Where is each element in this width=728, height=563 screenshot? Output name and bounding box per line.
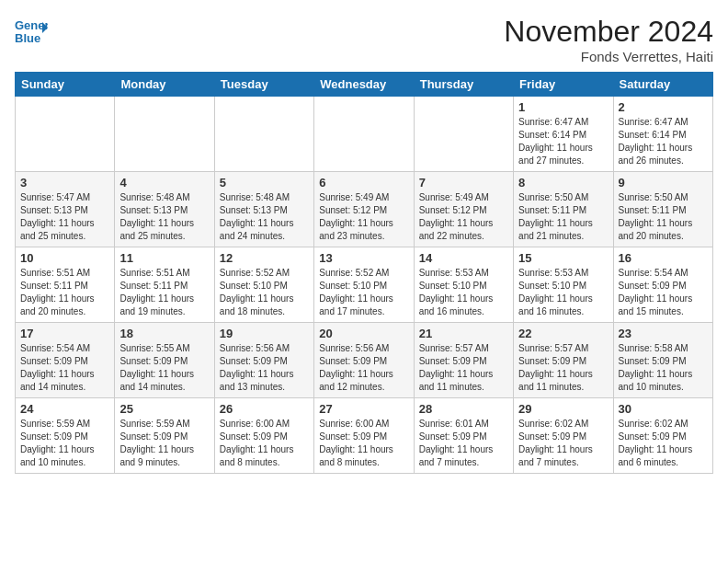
calendar-cell-w5-d4: 27Sunrise: 6:00 AM Sunset: 5:09 PM Dayli…: [314, 398, 414, 474]
day-info: Sunrise: 5:57 AM Sunset: 5:09 PM Dayligh…: [518, 342, 608, 394]
day-info: Sunrise: 6:47 AM Sunset: 6:14 PM Dayligh…: [518, 116, 608, 167]
calendar-table: SundayMondayTuesdayWednesdayThursdayFrid…: [15, 72, 713, 474]
day-number: 8: [518, 176, 608, 190]
calendar-cell-w2-d4: 6Sunrise: 5:49 AM Sunset: 5:12 PM Daylig…: [314, 172, 414, 247]
day-info: Sunrise: 5:53 AM Sunset: 5:10 PM Dayligh…: [518, 267, 608, 318]
calendar-week-5: 24Sunrise: 5:59 AM Sunset: 5:09 PM Dayli…: [16, 398, 713, 474]
day-number: 21: [419, 327, 508, 340]
svg-text:Blue: Blue: [15, 31, 40, 45]
day-info: Sunrise: 5:48 AM Sunset: 5:13 PM Dayligh…: [119, 191, 209, 243]
day-number: 16: [619, 251, 708, 265]
calendar-cell-w2-d3: 5Sunrise: 5:48 AM Sunset: 5:13 PM Daylig…: [214, 172, 313, 247]
weekday-header-sunday: Sunday: [16, 73, 115, 97]
day-number: 24: [20, 402, 109, 416]
day-number: 18: [119, 327, 209, 340]
day-number: 25: [119, 402, 209, 416]
day-number: 22: [518, 327, 608, 340]
day-info: Sunrise: 5:49 AM Sunset: 5:12 PM Dayligh…: [319, 191, 408, 243]
day-info: Sunrise: 5:50 AM Sunset: 5:11 PM Dayligh…: [619, 191, 708, 243]
weekday-header-wednesday: Wednesday: [314, 73, 414, 97]
month-title: November 2024: [504, 15, 713, 49]
calendar-cell-w4-d4: 20Sunrise: 5:56 AM Sunset: 5:09 PM Dayli…: [314, 323, 414, 398]
logo-icon: General Blue: [15, 15, 48, 48]
day-number: 5: [220, 176, 309, 190]
day-info: Sunrise: 5:59 AM Sunset: 5:09 PM Dayligh…: [119, 418, 209, 469]
day-info: Sunrise: 6:02 AM Sunset: 5:09 PM Dayligh…: [518, 418, 608, 469]
calendar-cell-w5-d2: 25Sunrise: 5:59 AM Sunset: 5:09 PM Dayli…: [115, 398, 214, 474]
calendar-cell-w5-d7: 30Sunrise: 6:02 AM Sunset: 5:09 PM Dayli…: [613, 398, 712, 474]
day-info: Sunrise: 6:47 AM Sunset: 6:14 PM Dayligh…: [619, 116, 708, 167]
calendar-cell-w5-d6: 29Sunrise: 6:02 AM Sunset: 5:09 PM Dayli…: [514, 398, 613, 474]
day-number: 26: [220, 402, 309, 416]
calendar-cell-w2-d1: 3Sunrise: 5:47 AM Sunset: 5:13 PM Daylig…: [16, 172, 115, 247]
day-info: Sunrise: 5:57 AM Sunset: 5:09 PM Dayligh…: [419, 342, 508, 394]
logo: General Blue: [15, 15, 48, 48]
calendar-cell-w3-d6: 15Sunrise: 5:53 AM Sunset: 5:10 PM Dayli…: [514, 247, 613, 323]
day-number: 13: [319, 251, 408, 265]
day-info: Sunrise: 5:51 AM Sunset: 5:11 PM Dayligh…: [119, 267, 209, 318]
day-info: Sunrise: 5:51 AM Sunset: 5:11 PM Dayligh…: [20, 267, 109, 318]
calendar-cell-w1-d1: [16, 97, 115, 172]
calendar-cell-w1-d5: [414, 97, 513, 172]
calendar-cell-w1-d3: [214, 97, 313, 172]
day-info: Sunrise: 6:02 AM Sunset: 5:09 PM Dayligh…: [619, 418, 708, 469]
day-info: Sunrise: 6:01 AM Sunset: 5:09 PM Dayligh…: [419, 418, 508, 469]
day-info: Sunrise: 5:56 AM Sunset: 5:09 PM Dayligh…: [319, 342, 408, 394]
calendar-cell-w3-d7: 16Sunrise: 5:54 AM Sunset: 5:09 PM Dayli…: [613, 247, 712, 323]
day-number: 6: [319, 176, 408, 190]
day-number: 27: [319, 402, 408, 416]
day-info: Sunrise: 5:52 AM Sunset: 5:10 PM Dayligh…: [220, 267, 309, 318]
calendar-cell-w3-d4: 13Sunrise: 5:52 AM Sunset: 5:10 PM Dayli…: [314, 247, 414, 323]
day-info: Sunrise: 5:50 AM Sunset: 5:11 PM Dayligh…: [518, 191, 608, 243]
calendar-cell-w5-d5: 28Sunrise: 6:01 AM Sunset: 5:09 PM Dayli…: [414, 398, 513, 474]
calendar-cell-w1-d7: 2Sunrise: 6:47 AM Sunset: 6:14 PM Daylig…: [613, 97, 712, 172]
calendar-cell-w3-d5: 14Sunrise: 5:53 AM Sunset: 5:10 PM Dayli…: [414, 247, 513, 323]
calendar-cell-w5-d1: 24Sunrise: 5:59 AM Sunset: 5:09 PM Dayli…: [16, 398, 115, 474]
calendar-cell-w2-d5: 7Sunrise: 5:49 AM Sunset: 5:12 PM Daylig…: [414, 172, 513, 247]
calendar-cell-w4-d6: 22Sunrise: 5:57 AM Sunset: 5:09 PM Dayli…: [514, 323, 613, 398]
day-info: Sunrise: 5:47 AM Sunset: 5:13 PM Dayligh…: [20, 191, 109, 243]
title-block: November 2024 Fonds Verrettes, Haiti: [504, 15, 713, 64]
page-header: General Blue November 2024 Fonds Verrett…: [15, 15, 713, 64]
calendar-cell-w2-d2: 4Sunrise: 5:48 AM Sunset: 5:13 PM Daylig…: [115, 172, 214, 247]
day-info: Sunrise: 5:58 AM Sunset: 5:09 PM Dayligh…: [619, 342, 708, 394]
day-number: 28: [419, 402, 508, 416]
day-number: 7: [419, 176, 508, 190]
calendar-week-1: 1Sunrise: 6:47 AM Sunset: 6:14 PM Daylig…: [16, 97, 713, 172]
calendar-cell-w1-d4: [314, 97, 414, 172]
day-number: 4: [119, 176, 209, 190]
day-number: 20: [319, 327, 408, 340]
weekday-header-friday: Friday: [514, 73, 613, 97]
day-info: Sunrise: 6:00 AM Sunset: 5:09 PM Dayligh…: [319, 418, 408, 469]
day-number: 2: [619, 100, 708, 114]
day-info: Sunrise: 5:59 AM Sunset: 5:09 PM Dayligh…: [20, 418, 109, 469]
day-number: 10: [20, 251, 109, 265]
calendar-cell-w2-d7: 9Sunrise: 5:50 AM Sunset: 5:11 PM Daylig…: [613, 172, 712, 247]
day-number: 1: [518, 100, 608, 114]
day-number: 17: [20, 327, 109, 340]
weekday-header-row: SundayMondayTuesdayWednesdayThursdayFrid…: [16, 73, 713, 97]
calendar-cell-w1-d2: [115, 97, 214, 172]
weekday-header-tuesday: Tuesday: [214, 73, 313, 97]
calendar-cell-w3-d1: 10Sunrise: 5:51 AM Sunset: 5:11 PM Dayli…: [16, 247, 115, 323]
calendar-week-3: 10Sunrise: 5:51 AM Sunset: 5:11 PM Dayli…: [16, 247, 713, 323]
day-info: Sunrise: 5:49 AM Sunset: 5:12 PM Dayligh…: [419, 191, 508, 243]
day-info: Sunrise: 5:55 AM Sunset: 5:09 PM Dayligh…: [119, 342, 209, 394]
location: Fonds Verrettes, Haiti: [504, 49, 713, 64]
day-number: 3: [20, 176, 109, 190]
calendar-week-2: 3Sunrise: 5:47 AM Sunset: 5:13 PM Daylig…: [16, 172, 713, 247]
day-info: Sunrise: 5:53 AM Sunset: 5:10 PM Dayligh…: [419, 267, 508, 318]
weekday-header-saturday: Saturday: [613, 73, 712, 97]
calendar-cell-w2-d6: 8Sunrise: 5:50 AM Sunset: 5:11 PM Daylig…: [514, 172, 613, 247]
calendar-cell-w5-d3: 26Sunrise: 6:00 AM Sunset: 5:09 PM Dayli…: [214, 398, 313, 474]
calendar-cell-w4-d3: 19Sunrise: 5:56 AM Sunset: 5:09 PM Dayli…: [214, 323, 313, 398]
day-number: 12: [220, 251, 309, 265]
calendar-cell-w3-d2: 11Sunrise: 5:51 AM Sunset: 5:11 PM Dayli…: [115, 247, 214, 323]
calendar-week-4: 17Sunrise: 5:54 AM Sunset: 5:09 PM Dayli…: [16, 323, 713, 398]
day-number: 15: [518, 251, 608, 265]
day-number: 11: [119, 251, 209, 265]
day-info: Sunrise: 5:56 AM Sunset: 5:09 PM Dayligh…: [220, 342, 309, 394]
day-number: 9: [619, 176, 708, 190]
day-info: Sunrise: 5:48 AM Sunset: 5:13 PM Dayligh…: [220, 191, 309, 243]
calendar-cell-w4-d2: 18Sunrise: 5:55 AM Sunset: 5:09 PM Dayli…: [115, 323, 214, 398]
